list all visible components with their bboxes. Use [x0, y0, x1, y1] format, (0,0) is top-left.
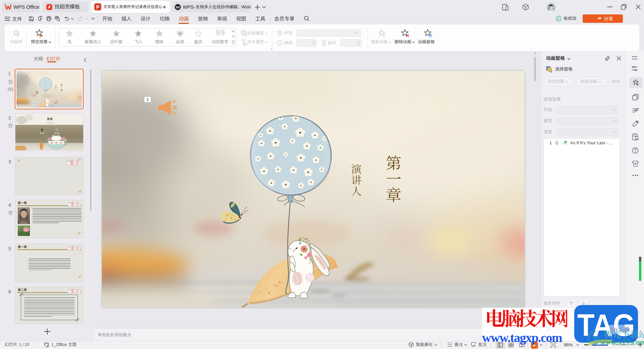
svg-text:P: P	[96, 4, 99, 10]
